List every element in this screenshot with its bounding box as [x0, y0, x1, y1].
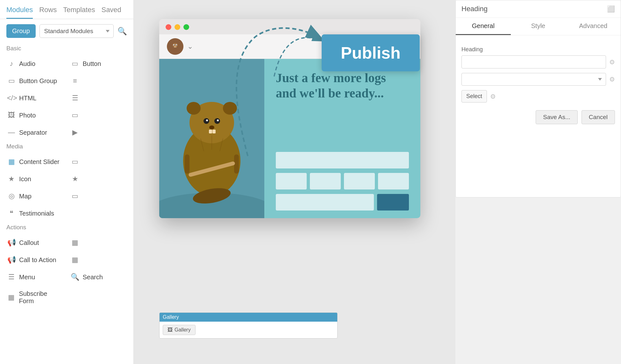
- module-search[interactable]: 🔍 Search: [67, 268, 131, 286]
- gallery-icon: 🖼: [168, 327, 173, 333]
- svg-point-19: [209, 125, 214, 129]
- tab-saved[interactable]: Saved: [101, 6, 121, 19]
- group-button[interactable]: Group: [6, 24, 36, 38]
- mac-form-input-3[interactable]: [344, 173, 375, 189]
- module-type-select[interactable]: Standard Modules: [39, 24, 114, 38]
- gallery-bar-header: Gallery: [160, 313, 337, 322]
- tab-templates[interactable]: Templates: [63, 6, 95, 19]
- module-icon[interactable]: ★ Icon: [3, 170, 67, 188]
- tab-rows[interactable]: Rows: [39, 6, 57, 19]
- mac-form-email-input[interactable]: [276, 194, 374, 211]
- grid-icon-1: ▦: [71, 239, 80, 247]
- module-button-group[interactable]: ▭ Button Group: [3, 72, 67, 89]
- module-content-slider[interactable]: ▦ Content Slider: [3, 153, 67, 170]
- module-html-label: HTML: [19, 95, 36, 102]
- tab-advanced[interactable]: Advanced: [566, 18, 621, 35]
- module-col-icon-2: ≡: [67, 72, 131, 89]
- save-as-button[interactable]: Save As...: [536, 110, 578, 124]
- actions-section-label: Actions: [0, 222, 133, 234]
- module-button[interactable]: ▭ Button: [67, 55, 131, 72]
- separator-icon: —: [7, 128, 16, 137]
- grid-icon-2: ▦: [71, 256, 80, 264]
- right-panel: Heading ⬜ General Style Advanced Heading…: [455, 0, 621, 197]
- svg-rect-23: [185, 154, 189, 174]
- module-subscribe-form[interactable]: ▦ Subscribe Form: [3, 286, 67, 309]
- button-group-icon: ▭: [7, 77, 16, 85]
- search-icon: 🔍: [118, 27, 127, 35]
- module-map[interactable]: ◎ Map: [3, 188, 67, 205]
- gallery-item[interactable]: 🖼 Gallery: [163, 325, 196, 335]
- chevron-down-icon[interactable]: ⌄: [187, 42, 193, 51]
- media-modules-grid: ▦ Content Slider ▭ ★ Icon ★ ◎ Map ▭ ❝ Te…: [0, 153, 133, 222]
- module-col-icon-7: ★: [67, 170, 131, 188]
- search-button[interactable]: 🔍: [118, 27, 127, 36]
- module-content-slider-label: Content Slider: [19, 158, 60, 166]
- mac-form-multi-row: [276, 173, 409, 189]
- module-callout-label: Callout: [19, 239, 39, 246]
- select-button[interactable]: Select: [461, 90, 487, 103]
- menu-icon: ☰: [7, 273, 16, 281]
- mac-form-submit-button[interactable]: [377, 194, 409, 211]
- mac-form-input-2[interactable]: [310, 173, 341, 189]
- module-testimonials-label: Testimonials: [19, 210, 54, 217]
- module-map-label: Map: [19, 193, 32, 200]
- basic-section-label: Basic: [0, 43, 133, 55]
- list-icon-2: ☰: [71, 94, 80, 102]
- cta-icon: 📢: [7, 256, 16, 264]
- module-testimonials[interactable]: ❝ Testimonials: [3, 205, 67, 222]
- play-icon: ▶: [71, 128, 80, 137]
- module-separator-label: Separator: [19, 129, 47, 136]
- rect-icon-2: ▭: [71, 158, 80, 166]
- mac-maximize-dot[interactable]: [183, 24, 189, 30]
- publish-button[interactable]: Publish: [322, 34, 420, 71]
- heading-input[interactable]: [461, 55, 606, 68]
- gallery-bar: Gallery 🖼 Gallery: [159, 312, 338, 339]
- mac-minimize-dot[interactable]: [175, 24, 180, 30]
- audio-icon: ♪: [7, 60, 16, 68]
- tab-style[interactable]: Style: [511, 18, 566, 35]
- left-panel: Modules Rows Templates Saved Group Stand…: [0, 0, 134, 364]
- module-call-to-action[interactable]: 📢 Call to Action: [3, 251, 67, 268]
- module-callout[interactable]: 📢 Callout: [3, 234, 67, 251]
- tab-general[interactable]: General: [456, 18, 511, 35]
- settings-icon-2[interactable]: ⚙: [609, 75, 615, 83]
- mac-form-name-input[interactable]: [276, 152, 409, 168]
- svg-point-18: [217, 119, 219, 121]
- search-row: Group Standard Modules 🔍: [0, 19, 133, 43]
- module-button-group-label: Button Group: [19, 77, 57, 85]
- right-panel-title: Heading: [461, 5, 488, 13]
- callout-icon: 📢: [7, 239, 16, 247]
- html-icon: </>: [7, 94, 16, 102]
- beaver-image: [159, 59, 264, 218]
- star-icon-2: ★: [71, 175, 80, 183]
- settings-icon-3[interactable]: ⚙: [490, 93, 496, 100]
- heading-type-select[interactable]: [461, 73, 606, 86]
- map-icon: ◎: [7, 192, 16, 200]
- gallery-bar-content: 🖼 Gallery: [160, 322, 337, 338]
- subscribe-icon: ▦: [7, 293, 16, 302]
- right-panel-tabs: General Style Advanced: [456, 18, 621, 35]
- svg-rect-8: [175, 46, 176, 47]
- svg-point-5: [176, 45, 177, 45]
- mac-form-input-1[interactable]: [276, 173, 307, 189]
- bottom-action-row: Save As... Cancel: [461, 110, 615, 124]
- module-button-label: Button: [83, 60, 101, 68]
- module-col-icon-9: ▦: [67, 234, 131, 251]
- module-photo[interactable]: 🖼 Photo: [3, 107, 67, 124]
- search-icon-module: 🔍: [71, 273, 80, 281]
- list-icon-1: ≡: [71, 77, 80, 85]
- beaver-logo: [167, 38, 183, 55]
- cancel-button[interactable]: Cancel: [582, 110, 615, 124]
- module-menu[interactable]: ☰ Menu: [3, 268, 67, 286]
- settings-icon[interactable]: ⚙: [609, 58, 615, 66]
- content-slider-icon: ▦: [7, 158, 16, 166]
- tab-modules[interactable]: Modules: [6, 6, 33, 19]
- module-separator[interactable]: — Separator: [3, 124, 67, 141]
- mac-close-dot[interactable]: [166, 24, 171, 30]
- mac-form-input-4[interactable]: [378, 173, 409, 189]
- module-col-icon-10: ▦: [67, 251, 131, 268]
- module-html[interactable]: </> HTML: [3, 89, 67, 107]
- module-col-icon-6: ▭: [67, 153, 131, 170]
- right-panel-close-icon[interactable]: ⬜: [607, 5, 615, 13]
- module-audio[interactable]: ♪ Audio: [3, 55, 67, 72]
